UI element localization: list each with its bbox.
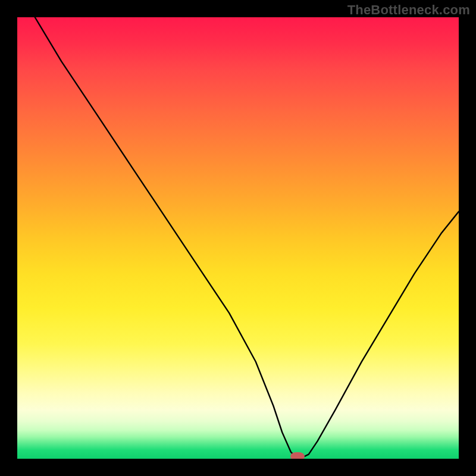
curve-line <box>17 17 459 459</box>
plot-area <box>17 17 459 459</box>
watermark-text: TheBottleneck.com <box>347 2 470 18</box>
min-marker <box>290 452 305 459</box>
chart-frame: TheBottleneck.com <box>0 0 476 476</box>
